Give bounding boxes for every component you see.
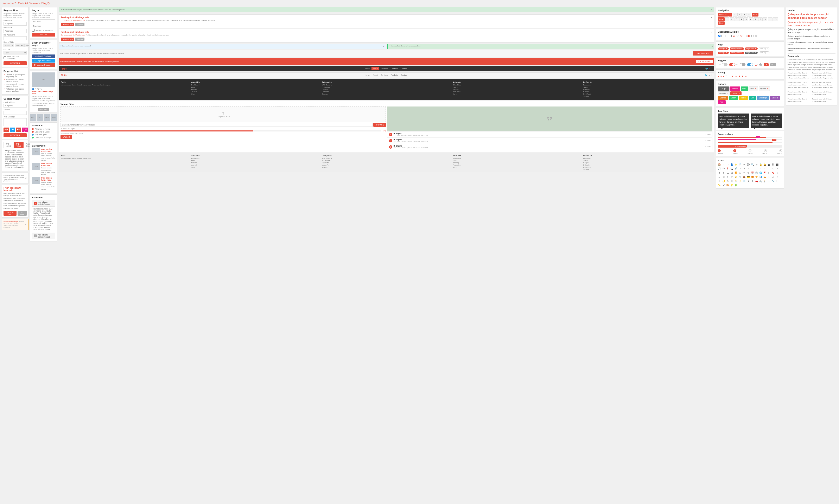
prev2-btn[interactable]: Prev bbox=[718, 17, 724, 21]
icon-anchor[interactable]: ⚓ bbox=[767, 179, 771, 183]
footer-link-journal[interactable]: Journal bbox=[191, 91, 320, 93]
tag-x2-2[interactable]: ✕ bbox=[741, 52, 742, 54]
lf-plan[interactable]: Planning bbox=[453, 162, 582, 164]
star-2[interactable]: ★ bbox=[735, 75, 737, 78]
green-close-icon2[interactable]: ✕ bbox=[711, 45, 713, 48]
icon-walk[interactable]: 🚶 bbox=[763, 179, 767, 183]
lf-ins[interactable]: Insight bbox=[453, 160, 582, 161]
icon-upload[interactable]: ⬆ bbox=[722, 171, 725, 175]
lf-journal[interactable]: Journal bbox=[191, 164, 320, 166]
tag-x-2[interactable]: ✕ bbox=[741, 48, 742, 50]
icon-gift[interactable]: 🎁 bbox=[751, 175, 754, 179]
icon-ruler[interactable]: 📏 bbox=[718, 183, 721, 187]
icon-heart[interactable]: ♡ bbox=[726, 163, 729, 166]
btn-pink[interactable]: Pink bbox=[718, 100, 726, 104]
add-tag-2[interactable]: Add Tag + bbox=[759, 51, 769, 54]
icon-file[interactable]: 📄 bbox=[738, 163, 742, 166]
icon-battery[interactable]: 🔋 bbox=[734, 183, 738, 187]
btn-message[interactable]: Message ✕ bbox=[718, 91, 730, 95]
bottom-turn-off-btn[interactable]: Turn it off now bbox=[3, 211, 17, 216]
step-5[interactable]: 5 bbox=[779, 149, 782, 152]
icon-folder[interactable]: 📁 bbox=[734, 163, 738, 166]
tag-designs-2[interactable]: Designs ✕ bbox=[718, 52, 729, 54]
icon-trash[interactable]: 🗑 bbox=[747, 171, 750, 175]
nav-light-portfolio[interactable]: Portfolio bbox=[390, 74, 399, 76]
icon-search[interactable]: 🔍 bbox=[751, 163, 754, 166]
icon-tools[interactable]: 🔧 bbox=[771, 179, 775, 183]
radio-3[interactable] bbox=[751, 35, 754, 37]
star-1[interactable]: ★ bbox=[732, 75, 734, 78]
icon-brush[interactable]: 🖌 bbox=[722, 183, 725, 187]
lf-os[interactable]: Other Sites bbox=[453, 157, 582, 159]
nav-n-3[interactable]: 3 bbox=[735, 17, 739, 21]
day-select[interactable]: Day bbox=[15, 43, 24, 47]
footer-link-planning[interactable]: Planning bbox=[453, 89, 582, 90]
icon-video[interactable]: 🎬 bbox=[775, 163, 779, 166]
icon-question[interactable]: ? bbox=[775, 175, 779, 179]
icon-bulb[interactable]: 💡 bbox=[730, 183, 733, 187]
login-username-input[interactable] bbox=[32, 19, 55, 23]
okay-btn-1[interactable]: It's Okay bbox=[75, 23, 85, 26]
blue-close-icon[interactable]: ✕ bbox=[383, 45, 385, 48]
icon-arrow-down[interactable]: ↓ bbox=[767, 167, 771, 170]
nav-light-contact[interactable]: Contact bbox=[400, 74, 408, 76]
footer-link-forums[interactable]: Forums bbox=[191, 89, 320, 90]
lf-prod[interactable]: Production bbox=[453, 164, 582, 166]
icon-eye[interactable]: 👁 bbox=[730, 175, 733, 179]
tag-x2-1[interactable]: ✕ bbox=[726, 52, 727, 54]
newsletter-checkbox[interactable] bbox=[3, 56, 6, 59]
btn-green[interactable]: Green bbox=[729, 96, 738, 100]
footer-link-feed[interactable]: Feed bbox=[191, 86, 320, 88]
toggle-3[interactable] bbox=[740, 63, 746, 66]
icon-cloud2[interactable]: ⛅ bbox=[734, 179, 738, 183]
footer-link-vectorart[interactable]: Vector Art bbox=[322, 91, 451, 93]
btn-zeros[interactable]: Zeros ✕ bbox=[749, 87, 758, 91]
icon-chat[interactable]: 💬 bbox=[747, 163, 750, 166]
btn-yellow[interactable]: Yellow bbox=[739, 96, 748, 100]
step-4[interactable]: 4 bbox=[764, 149, 767, 152]
lf-va[interactable]: Vector Art bbox=[322, 164, 451, 166]
radio-1[interactable] bbox=[744, 35, 747, 37]
icon-map[interactable]: 🗺 bbox=[722, 167, 725, 170]
month-select[interactable]: Month bbox=[3, 43, 14, 47]
power-icon-off[interactable]: ⏻ bbox=[759, 63, 762, 66]
footer-link-dashboard[interactable]: Dashboard bbox=[191, 84, 320, 86]
icon-camera[interactable]: 📷 bbox=[767, 163, 771, 166]
heart-3[interactable]: ♥ bbox=[723, 75, 724, 78]
btn-visitors[interactable]: Visitors bbox=[770, 96, 780, 100]
nav-num-2[interactable]: 2 bbox=[733, 13, 737, 17]
nav-item-portfolio[interactable]: Portfolio bbox=[390, 67, 399, 70]
toggle-2[interactable] bbox=[729, 63, 735, 66]
star-3[interactable]: ★ bbox=[738, 75, 740, 78]
icon-x[interactable]: ✕ bbox=[742, 167, 746, 170]
btn-medium[interactable]: Medium bbox=[730, 87, 740, 91]
btn-orange[interactable]: Orange bbox=[718, 96, 728, 100]
icon-share[interactable]: ↗ bbox=[775, 167, 779, 170]
icon-credit[interactable]: 💳 bbox=[747, 175, 750, 179]
nav-light-about[interactable]: About bbox=[371, 74, 379, 76]
cb-4[interactable] bbox=[729, 35, 732, 37]
icon-key[interactable]: 🔑 bbox=[734, 175, 738, 179]
icon-pen[interactable]: ✏ bbox=[742, 171, 746, 175]
footer-link-gp[interactable]: Google+ bbox=[583, 89, 712, 90]
lf-dash[interactable]: Dashboard bbox=[191, 157, 320, 159]
password-input[interactable] bbox=[3, 29, 27, 33]
icon-wind[interactable]: 💨 bbox=[742, 179, 746, 183]
country-select[interactable]: Light bbox=[3, 51, 27, 54]
tag-digital-2[interactable]: Digital Arts ✕ bbox=[745, 52, 757, 54]
close-icon-yellow[interactable]: ✕ bbox=[25, 223, 27, 226]
icon-arrow-up[interactable]: ↑ bbox=[763, 167, 767, 170]
icon-minus[interactable]: − bbox=[751, 167, 754, 170]
subject-input[interactable] bbox=[3, 111, 27, 115]
icon-bluetooth[interactable]: ⬡ bbox=[738, 171, 742, 175]
nav-n-1[interactable]: 1 bbox=[725, 17, 729, 21]
star-5[interactable]: ★ bbox=[745, 75, 747, 78]
cb-3[interactable] bbox=[725, 35, 728, 37]
footer-link-yt[interactable]: Youtube bbox=[583, 95, 712, 97]
btn-options[interactable]: Options ✕ bbox=[759, 87, 770, 91]
okay-btn-2[interactable]: It's Okay bbox=[75, 38, 85, 41]
icon-paint[interactable]: 🎨 bbox=[726, 183, 729, 187]
add-tag-1[interactable]: Add Tag + bbox=[759, 47, 769, 50]
heart-4[interactable]: ♡ bbox=[725, 75, 728, 78]
star-4[interactable]: ★ bbox=[741, 75, 744, 78]
